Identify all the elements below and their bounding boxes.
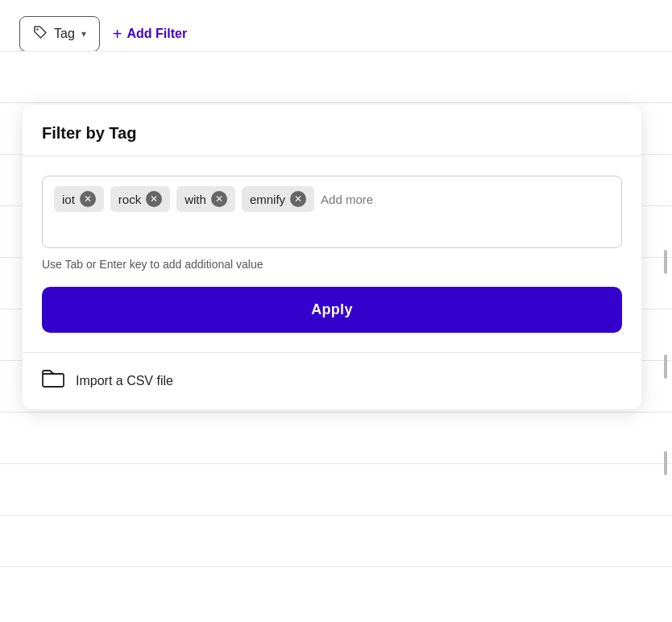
panel-footer: Import a CSV file	[23, 352, 641, 409]
close-icon-emnify: ✕	[294, 194, 302, 204]
apply-button[interactable]: Apply	[42, 287, 622, 333]
panel-body: iot ✕ rock ✕ with ✕	[23, 156, 641, 352]
tag-chip-emnify: emnify ✕	[242, 186, 314, 212]
close-icon-with: ✕	[215, 194, 223, 204]
panel-header: Filter by Tag	[23, 105, 641, 156]
tags-input-container[interactable]: iot ✕ rock ✕ with ✕	[42, 176, 622, 248]
tag-remove-iot-button[interactable]: ✕	[80, 191, 96, 207]
scrollbar-indicator-1	[664, 250, 667, 274]
tag-chip-iot-label: iot	[62, 193, 75, 206]
tag-chip-rock-label: rock	[118, 193, 141, 206]
svg-rect-1	[43, 374, 64, 387]
folder-icon	[42, 369, 64, 393]
tag-chip-emnify-label: emnify	[250, 193, 285, 206]
tag-remove-with-button[interactable]: ✕	[211, 191, 227, 207]
panel-title: Filter by Tag	[42, 124, 136, 142]
tag-chip-iot: iot ✕	[54, 186, 104, 212]
close-icon-iot: ✕	[84, 194, 92, 204]
scrollbar-indicator-2	[664, 355, 667, 379]
close-icon-rock: ✕	[150, 194, 158, 204]
tag-remove-emnify-button[interactable]: ✕	[290, 191, 306, 207]
hint-text: Use Tab or Enter key to add additional v…	[42, 258, 622, 271]
tag-remove-rock-button[interactable]: ✕	[146, 191, 162, 207]
filter-dropdown-panel: Filter by Tag iot ✕ rock ✕	[23, 105, 641, 409]
tag-chip-with: with ✕	[176, 186, 235, 212]
import-label: Import a CSV file	[76, 374, 173, 388]
add-more-input[interactable]	[321, 186, 474, 212]
tag-chip-rock: rock ✕	[110, 186, 170, 212]
scrollbar-indicator-3	[664, 451, 667, 475]
page-container: Tag ▾ + Add Filter Filter by Tag iot ✕	[0, 0, 672, 622]
tag-chip-with-label: with	[185, 193, 206, 206]
